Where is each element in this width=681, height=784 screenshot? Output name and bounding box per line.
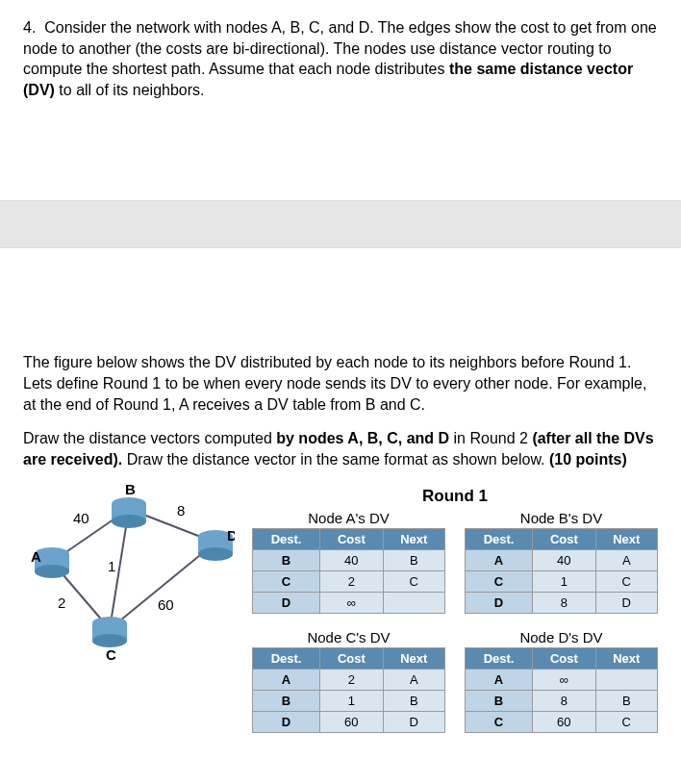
dv-A: Node A's DV Dest.CostNext B40B C2C D∞ — [252, 510, 445, 614]
label-A: A — [31, 548, 41, 565]
svg-point-10 — [112, 515, 146, 528]
question-number: 4. — [23, 19, 36, 36]
svg-point-13 — [198, 547, 233, 561]
node-C — [92, 617, 127, 647]
network-graph: A B C D 40 8 2 1 60 — [23, 481, 235, 748]
dv-tables: Round 1 Node A's DV Dest.CostNext B40B C… — [252, 481, 658, 748]
table-row: C2C — [253, 571, 445, 593]
table-row: C60C — [466, 712, 658, 733]
table-row: A2A — [253, 670, 445, 691]
table-row: D8D — [466, 593, 658, 614]
page-divider-band — [0, 200, 681, 248]
dv-C-title: Node C's DV — [252, 629, 445, 645]
weight-AB: 40 — [73, 510, 89, 526]
dv-A-table: Dest.CostNext B40B C2C D∞ — [252, 528, 445, 614]
table-row: B1B — [253, 691, 445, 712]
table-row: C1C — [466, 571, 658, 593]
dv-B: Node B's DV Dest.CostNext A40A C1C D8D — [465, 510, 658, 614]
dv-D-table: Dest.CostNext A∞ B8B C60C — [465, 647, 658, 733]
weight-BD: 8 — [177, 502, 185, 518]
dv-C: Node C's DV Dest.CostNext A2A B1B D60D — [252, 629, 445, 733]
question-paragraph-3: Draw the distance vectors computed by no… — [23, 428, 658, 469]
weight-CD: 60 — [158, 596, 174, 613]
table-row: B8B — [466, 691, 658, 712]
dv-A-title: Node A's DV — [252, 510, 445, 526]
question-top: 4. Consider the network with nodes A, B,… — [0, 0, 681, 123]
svg-point-16 — [92, 634, 127, 647]
table-row: A40A — [466, 550, 658, 571]
label-D: D — [227, 527, 235, 544]
table-row: D∞ — [253, 593, 445, 614]
label-C: C — [106, 646, 116, 663]
dv-D: Node D's DV Dest.CostNext A∞ B8B C60C — [465, 629, 658, 733]
dv-B-title: Node B's DV — [465, 510, 658, 526]
table-row: D60D — [253, 712, 445, 733]
dv-D-title: Node D's DV — [465, 629, 658, 645]
question-paragraph-1: 4. Consider the network with nodes A, B,… — [23, 17, 658, 100]
table-row: A∞ — [466, 670, 658, 691]
node-B — [112, 497, 146, 528]
graph-svg: A B C D 40 8 2 1 60 — [23, 485, 235, 668]
weight-BC: 1 — [108, 558, 115, 574]
svg-point-7 — [35, 565, 69, 578]
weight-AC: 2 — [58, 594, 65, 611]
whitespace — [0, 248, 681, 335]
dv-C-table: Dest.CostNext A2A B1B D60D — [252, 647, 445, 733]
question-body: The figure below shows the DV distribute… — [0, 335, 681, 766]
question-paragraph-2: The figure below shows the DV distribute… — [23, 352, 658, 415]
table-row: B40B — [253, 550, 445, 571]
dv-B-table: Dest.CostNext A40A C1C D8D — [465, 528, 658, 614]
round-title: Round 1 — [252, 487, 658, 506]
label-B: B — [125, 485, 136, 497]
